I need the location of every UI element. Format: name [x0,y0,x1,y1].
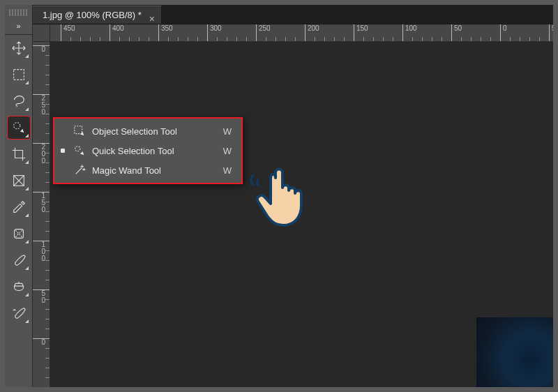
svg-point-1 [13,123,20,129]
selection-tool-flyout[interactable]: Object Selection ToolWQuick Selection To… [53,117,243,184]
flyout-item-quick-selection[interactable]: Quick Selection ToolW [54,141,241,160]
flyout-item-object-selection[interactable]: Object Selection ToolW [54,121,241,141]
ruler-tick: 100 [33,241,50,262]
flyout-indicator-icon [25,187,29,190]
tool-eyedropper[interactable] [8,196,30,218]
ruler-minor-tick [45,84,50,85]
ruler-minor-tick [139,37,142,41]
tool-healing-brush[interactable] [8,223,30,245]
tool-lasso[interactable] [8,90,30,112]
ruler-minor-tick [363,37,366,41]
flyout-indicator-icon [25,293,29,296]
flyout-indicator-icon [25,107,29,111]
flyout-indicator-icon [25,160,29,164]
ruler-minor-tick [178,37,181,41]
ruler-minor-tick [90,37,93,41]
flyout-item-label: Object Selection Tool [92,126,204,137]
tool-brush[interactable] [8,249,30,271]
tool-marquee[interactable] [8,63,30,86]
ruler-minor-tick [45,358,50,359]
ruler-minor-tick [227,37,229,41]
tool-crop[interactable] [8,143,30,165]
ruler-minor-tick [45,250,50,251]
ruler-minor-tick [45,377,50,378]
ruler-minor-tick [461,37,464,41]
tool-quick-selection[interactable] [8,116,30,139]
ruler-minor-tick [246,37,249,41]
ruler-minor-tick [45,133,50,134]
toolbar-expand-button[interactable]: » [5,20,32,35]
object-selection-icon [73,124,86,138]
ruler-minor-tick [45,231,50,232]
svg-rect-0 [13,70,24,80]
ruler-minor-tick [45,104,50,105]
ruler-minor-tick [45,280,50,280]
document-tab-title: 1.jpg @ 100% (RGB/8) * [43,10,142,20]
canvas[interactable] [50,42,553,387]
ruler-minor-tick [324,37,327,41]
document-tab-bar: 1.jpg @ 100% (RGB/8) * × [33,5,553,24]
ruler-minor-tick [45,221,50,222]
image-content-corner [476,317,553,387]
ruler-minor-tick [45,368,50,368]
ruler-tick: 0 [33,338,50,346]
svg-point-5 [75,146,80,151]
ruler-tick: 150 [33,192,50,213]
flyout-indicator-icon [25,213,29,217]
ruler-minor-tick [45,211,50,212]
flyout-indicator-icon [25,134,29,137]
ruler-tick: 50 [451,24,462,41]
tool-clone-stamp[interactable] [8,276,30,298]
flyout-item-shortcut: W [223,126,232,137]
document-tab[interactable]: 1.jpg @ 100% (RGB/8) * × [33,6,162,24]
ruler-minor-tick [217,37,220,41]
ruler-minor-tick [45,75,50,75]
ruler-minor-tick [442,37,444,41]
magic-wand-icon [73,163,86,177]
ruler-minor-tick [100,37,103,41]
svg-rect-4 [75,126,82,134]
ruler-minor-tick [432,37,435,41]
ruler-minor-tick [45,202,50,202]
ruler-tick: 50 [33,289,50,304]
document-area: 1.jpg @ 100% (RGB/8) * × 450400350300250… [33,5,553,387]
quick-selection-icon [73,144,86,158]
ruler-minor-tick [45,55,50,56]
ruler-minor-tick [45,319,50,319]
tool-move[interactable] [8,37,30,59]
flyout-item-shortcut: W [223,146,232,156]
ruler-horizontal[interactable]: 45040035030025020015010050050 [50,24,553,42]
tool-frame[interactable] [8,169,30,192]
flyout-indicator-icon [25,54,29,58]
ruler-tick: 200 [33,143,50,165]
ruler-minor-tick [373,37,376,41]
ruler-minor-tick [45,348,50,349]
ruler-origin[interactable] [33,24,50,42]
ruler-minor-tick [529,37,532,41]
ruler-minor-tick [276,37,278,41]
ruler-minor-tick [197,37,200,41]
tool-history-brush[interactable] [8,302,30,324]
app-window: » [5,5,553,387]
flyout-indicator-icon [25,319,29,323]
ruler-minor-tick [119,37,122,41]
ruler-minor-tick [45,114,50,114]
ruler-minor-tick [149,37,151,41]
flyout-item-shortcut: W [223,165,232,176]
ruler-minor-tick [490,37,493,41]
flyout-item-magic-wand[interactable]: Magic Wand ToolW [54,160,241,180]
ruler-minor-tick [393,37,395,41]
ruler-minor-tick [45,270,50,271]
ruler-tick: 50 [549,24,553,41]
screenshot-frame: » [0,0,558,392]
ruler-vertical[interactable]: 025020015010050050 [33,42,50,387]
ruler-minor-tick [45,65,50,66]
toolbar-grip[interactable] [9,9,29,16]
current-tool-indicator-icon [59,146,67,155]
ruler-minor-tick [70,37,73,41]
ruler-tick: 250 [33,94,50,116]
ruler-minor-tick [344,37,347,41]
ruler-minor-tick [412,37,415,41]
ruler-minor-tick [45,309,50,310]
flyout-indicator-icon [25,266,29,270]
